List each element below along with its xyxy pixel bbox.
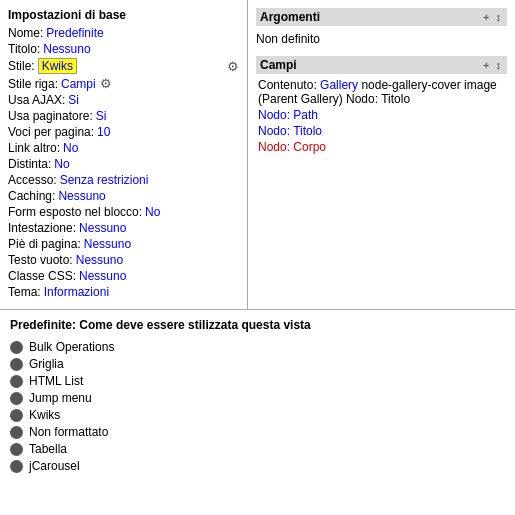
stile-gear-icon[interactable]: ⚙ (227, 59, 239, 74)
list-item-7[interactable]: jCarousel (10, 459, 505, 473)
list-item-label-5: Non formattato (29, 425, 108, 439)
value-accesso[interactable]: Senza restrizioni (60, 173, 149, 187)
circle-icon-1 (10, 358, 23, 371)
row-stile: Stile: Kwiks ⚙ (8, 58, 239, 74)
bottom-section: Predefinite: Come deve essere stilizzata… (0, 310, 515, 484)
value-testo-vuoto[interactable]: Nessuno (76, 253, 123, 267)
argomenti-value: Non definito (256, 30, 507, 48)
label-stile-riga: Stile riga: (8, 77, 58, 91)
argomenti-header: Argomenti + ↕ (256, 8, 507, 26)
row-link-altro: Link altro: No (8, 141, 239, 155)
field-text-1: Nodo: Path (258, 108, 318, 122)
label-titolo: Titolo: (8, 42, 40, 56)
list-item-label-0: Bulk Operations (29, 340, 114, 354)
argomenti-sort-icon[interactable]: ↕ (494, 11, 504, 23)
campi-sort-icon[interactable]: ↕ (494, 59, 504, 71)
list-item-label-6: Tabella (29, 442, 67, 456)
row-intestazione: Intestazione: Nessuno (8, 221, 239, 235)
row-caching: Caching: Nessuno (8, 189, 239, 203)
list-item-label-1: Griglia (29, 357, 64, 371)
field-item-3[interactable]: Nodo: Corpo (256, 140, 507, 154)
campi-title: Campi (260, 58, 297, 72)
label-link-altro: Link altro: (8, 141, 60, 155)
label-pie-di-pagina: Piè di pagina: (8, 237, 81, 251)
field-item-2[interactable]: Nodo: Titolo (256, 124, 507, 138)
circle-icon-4 (10, 409, 23, 422)
value-stile-riga[interactable]: Campi (61, 77, 96, 91)
label-accesso: Accesso: (8, 173, 57, 187)
label-distinta: Distinta: (8, 157, 51, 171)
list-item-label-7: jCarousel (29, 459, 80, 473)
campi-icons: + ↕ (481, 59, 503, 71)
label-nome: Nome: (8, 26, 43, 40)
label-classe-css: Classe CSS: (8, 269, 76, 283)
label-usa-paginatore: Usa paginatore: (8, 109, 93, 123)
label-form-esposto: Form esposto nel blocco: (8, 205, 142, 219)
row-classe-css: Classe CSS: Nessuno (8, 269, 239, 283)
list-item-5[interactable]: Non formattato (10, 425, 505, 439)
list-item-4[interactable]: Kwiks (10, 408, 505, 422)
label-tema: Tema: (8, 285, 41, 299)
value-titolo[interactable]: Nessuno (43, 42, 90, 56)
row-form-esposto: Form esposto nel blocco: No (8, 205, 239, 219)
label-intestazione: Intestazione: (8, 221, 76, 235)
circle-icon-6 (10, 443, 23, 456)
list-item-3[interactable]: Jump menu (10, 391, 505, 405)
field-item-1[interactable]: Nodo: Path (256, 108, 507, 122)
circle-icon-3 (10, 392, 23, 405)
value-form-esposto[interactable]: No (145, 205, 160, 219)
row-nome: Nome: Predefinite (8, 26, 239, 40)
list-item-label-4: Kwiks (29, 408, 60, 422)
circle-icon-2 (10, 375, 23, 388)
left-panel: Impostazioni di base Nome: Predefinite T… (0, 0, 248, 309)
row-voci-per-pagina: Voci per pagina: 10 (8, 125, 239, 139)
row-pie-di-pagina: Piè di pagina: Nessuno (8, 237, 239, 251)
row-testo-vuoto: Testo vuoto: Nessuno (8, 253, 239, 267)
row-accesso: Accesso: Senza restrizioni (8, 173, 239, 187)
list-item-2[interactable]: HTML List (10, 374, 505, 388)
field-item-0[interactable]: Contenuto: Gallery node-gallery-cover im… (256, 78, 507, 106)
value-pie-di-pagina[interactable]: Nessuno (84, 237, 131, 251)
value-stile[interactable]: Kwiks (38, 58, 77, 74)
argomenti-add-icon[interactable]: + (481, 11, 491, 23)
circle-icon-5 (10, 426, 23, 439)
campi-add-icon[interactable]: + (481, 59, 491, 71)
right-panel: Argomenti + ↕ Non definito Campi + ↕ Con… (248, 0, 515, 309)
row-stile-riga: Stile riga: Campi ⚙ (8, 76, 239, 91)
label-testo-vuoto: Testo vuoto: (8, 253, 73, 267)
row-titolo: Titolo: Nessuno (8, 42, 239, 56)
value-distinta[interactable]: No (54, 157, 69, 171)
circle-icon-0 (10, 341, 23, 354)
field-text-2: Nodo: Titolo (258, 124, 322, 138)
value-classe-css[interactable]: Nessuno (79, 269, 126, 283)
top-section: Impostazioni di base Nome: Predefinite T… (0, 0, 515, 310)
bottom-title: Predefinite: Come deve essere stilizzata… (10, 318, 505, 332)
list-item-label-2: HTML List (29, 374, 83, 388)
value-caching[interactable]: Nessuno (58, 189, 105, 203)
stile-riga-gear-icon[interactable]: ⚙ (100, 76, 112, 91)
list-item-6[interactable]: Tabella (10, 442, 505, 456)
left-panel-title: Impostazioni di base (8, 8, 239, 22)
label-voci-per-pagina: Voci per pagina: (8, 125, 94, 139)
value-voci-per-pagina[interactable]: 10 (97, 125, 110, 139)
label-usa-ajax: Usa AJAX: (8, 93, 65, 107)
field-text-0: Contenuto: Gallery node-gallery-cover im… (258, 78, 497, 106)
value-tema[interactable]: Informazioni (44, 285, 109, 299)
label-caching: Caching: (8, 189, 55, 203)
value-usa-ajax[interactable]: Si (68, 93, 79, 107)
row-usa-paginatore: Usa paginatore: Si (8, 109, 239, 123)
row-tema: Tema: Informazioni (8, 285, 239, 299)
row-distinta: Distinta: No (8, 157, 239, 171)
argomenti-title: Argomenti (260, 10, 320, 24)
list-item-1[interactable]: Griglia (10, 357, 505, 371)
field-text-3: Nodo: Corpo (258, 140, 326, 154)
list-item-label-3: Jump menu (29, 391, 92, 405)
campi-section: Campi + ↕ Contenuto: Gallery node-galler… (256, 56, 507, 154)
value-usa-paginatore[interactable]: Si (96, 109, 107, 123)
value-link-altro[interactable]: No (63, 141, 78, 155)
value-intestazione[interactable]: Nessuno (79, 221, 126, 235)
argomenti-icons: + ↕ (481, 11, 503, 23)
value-nome[interactable]: Predefinite (46, 26, 103, 40)
list-item-0[interactable]: Bulk Operations (10, 340, 505, 354)
label-stile: Stile: (8, 59, 35, 73)
